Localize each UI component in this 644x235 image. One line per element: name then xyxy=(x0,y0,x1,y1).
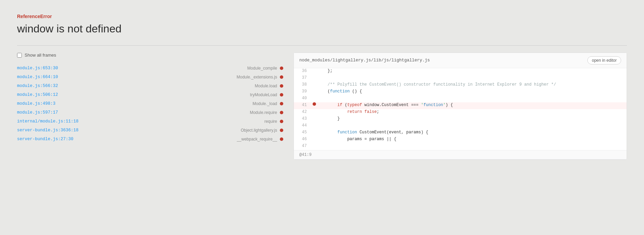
line-code: (function () { xyxy=(318,89,627,94)
error-message: window is not defined xyxy=(17,23,627,35)
code-line: 38 /** Polyfill the CustomEvent() constr… xyxy=(294,82,627,89)
code-body: 36 };3738 /** Polyfill the CustomEvent()… xyxy=(294,68,627,150)
code-line: 43 } xyxy=(294,116,627,123)
frame-file: module.js:664:10 xyxy=(17,75,58,79)
line-number: 47 xyxy=(294,143,311,149)
code-line: 44 xyxy=(294,123,627,130)
frame-error-dot xyxy=(280,67,283,70)
code-panel-header: node_modules/lightgallery.js/lib/js/ligh… xyxy=(294,53,627,68)
frame-error-dot xyxy=(280,84,283,88)
line-code xyxy=(318,123,627,123)
code-line: 46 params = params || { xyxy=(294,136,627,143)
frame-row[interactable]: module.js:664:10 Module._extensions.js xyxy=(17,73,283,82)
frame-function: __webpack_require__ xyxy=(237,137,277,142)
frame-file: module.js:597:17 xyxy=(17,110,58,115)
frame-row[interactable]: server-bundle.js:27:30 __webpack_require… xyxy=(17,135,283,144)
code-line: 47 xyxy=(294,143,627,150)
line-number: 37 xyxy=(294,75,311,80)
frame-row[interactable]: module.js:653:30 Module_compile xyxy=(17,64,283,73)
line-code: }; xyxy=(318,68,627,74)
frame-right: __webpack_require__ xyxy=(237,137,283,142)
frame-function: require xyxy=(264,119,277,124)
line-number: 44 xyxy=(294,123,311,128)
frame-function: Module_compile xyxy=(247,66,277,71)
line-number: 39 xyxy=(294,89,311,94)
line-code: if (typeof window.CustomEvent === 'funct… xyxy=(318,102,627,108)
line-number: 42 xyxy=(294,109,311,115)
frame-right: tryModuleLoad xyxy=(250,92,283,97)
show-all-frames-label[interactable]: Show all frames xyxy=(25,53,56,58)
frame-right: Module._extensions.js xyxy=(237,75,283,79)
line-number: 36 xyxy=(294,68,311,74)
frame-file: module.js:653:30 xyxy=(17,66,58,71)
line-code: /** Polyfill the CustomEvent() construct… xyxy=(318,82,627,87)
frame-file: server-bundle.js:3636:18 xyxy=(17,128,78,133)
divider xyxy=(17,45,627,46)
code-line: 42 return false; xyxy=(294,109,627,116)
frame-row[interactable]: module.js:498:3 Module._load xyxy=(17,99,283,108)
frame-function: Module._extensions.js xyxy=(237,75,277,79)
line-code: return false; xyxy=(318,109,627,115)
code-line: 37 xyxy=(294,75,627,82)
frame-file: server-bundle.js:27:30 xyxy=(17,137,73,142)
code-line: 40 xyxy=(294,96,627,102)
frame-function: Module._load xyxy=(253,101,277,106)
frame-error-dot xyxy=(280,102,283,105)
frame-row[interactable]: internal/module.js:11:18 require xyxy=(17,117,283,126)
code-line: 39 (function () { xyxy=(294,89,627,96)
line-indicator xyxy=(311,102,318,106)
frame-error-dot xyxy=(280,120,283,123)
code-file-path: node_modules/lightgallery.js/lib/js/ligh… xyxy=(299,58,430,63)
code-line: 36 }; xyxy=(294,68,627,75)
line-code: function CustomEvent(event, params) { xyxy=(318,130,627,135)
frame-function: Module.require xyxy=(250,110,277,115)
code-line: 45 function CustomEvent(event, params) { xyxy=(294,130,627,136)
frame-error-dot xyxy=(280,137,283,141)
show-all-frames[interactable]: Show all frames xyxy=(17,53,283,58)
frame-file: module.js:566:32 xyxy=(17,84,58,88)
line-code xyxy=(318,96,627,96)
frame-right: Object.lightgallery.js xyxy=(241,128,284,133)
frame-row[interactable]: server-bundle.js:3636:18 Object.lightgal… xyxy=(17,126,283,135)
error-type: ReferenceError xyxy=(17,14,627,19)
frame-file: internal/module.js:11:18 xyxy=(17,119,78,124)
frame-right: Module.load xyxy=(255,84,283,88)
code-footer: @41:9 xyxy=(294,150,627,159)
line-code: params = params || { xyxy=(318,136,627,142)
frame-file: module.js:498:3 xyxy=(17,101,56,106)
frame-error-dot xyxy=(280,93,283,97)
frame-right: require xyxy=(264,119,283,124)
line-number: 43 xyxy=(294,116,311,121)
show-all-frames-checkbox[interactable] xyxy=(17,53,22,58)
frames-section: Show all frames module.js:653:30 Module_… xyxy=(17,53,627,160)
line-number: 38 xyxy=(294,82,311,87)
open-in-editor-button[interactable]: open in editor xyxy=(587,56,621,64)
frame-row[interactable]: module.js:506:12 tryModuleLoad xyxy=(17,90,283,99)
frame-error-dot xyxy=(280,75,283,79)
line-number: 41 xyxy=(294,102,311,108)
frame-row[interactable]: module.js:566:32 Module.load xyxy=(17,82,283,90)
frame-function: Module.load xyxy=(255,84,277,88)
line-number: 45 xyxy=(294,130,311,135)
code-line: 41 if (typeof window.CustomEvent === 'fu… xyxy=(294,102,627,109)
line-code: } xyxy=(318,116,627,121)
frame-row[interactable]: module.js:597:17 Module.require xyxy=(17,108,283,117)
frame-right: Module_compile xyxy=(247,66,283,71)
frame-error-dot xyxy=(280,111,283,114)
frame-right: Module._load xyxy=(253,101,283,106)
line-code xyxy=(318,143,627,144)
line-code xyxy=(318,75,627,76)
frame-file: module.js:506:12 xyxy=(17,92,58,97)
frame-function: tryModuleLoad xyxy=(250,92,277,97)
line-number: 46 xyxy=(294,136,311,142)
main-container: ReferenceError window is not defined Sho… xyxy=(0,0,644,173)
frames-list: module.js:653:30 Module_compile module.j… xyxy=(17,64,283,144)
code-panel: node_modules/lightgallery.js/lib/js/ligh… xyxy=(294,53,627,160)
frame-error-dot xyxy=(280,129,283,132)
line-number: 40 xyxy=(294,96,311,101)
error-indicator-dot xyxy=(313,102,316,106)
frames-left: Show all frames module.js:653:30 Module_… xyxy=(17,53,283,144)
frame-right: Module.require xyxy=(250,110,283,115)
frame-function: Object.lightgallery.js xyxy=(241,128,277,133)
